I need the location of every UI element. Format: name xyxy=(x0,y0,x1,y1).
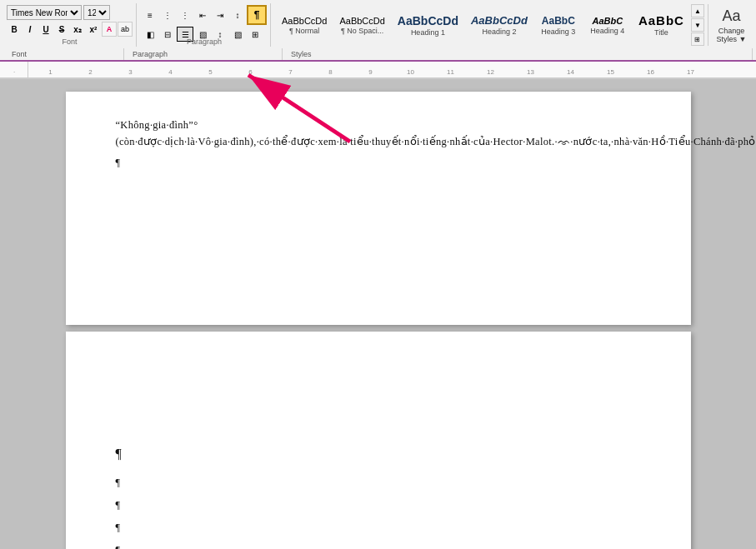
style-title[interactable]: AaBbC Title xyxy=(633,4,690,46)
document-area: “Không·gia·đình”°(còn·được·dịch·là·Vô·gi… xyxy=(0,79,756,549)
format-row: B I U S x₂ x² A ab xyxy=(7,22,133,37)
bold-button[interactable]: B xyxy=(7,22,22,37)
underline-button[interactable]: U xyxy=(38,22,53,37)
style-normal-label: ¶ Normal xyxy=(289,27,319,35)
page2-spacer xyxy=(116,340,641,440)
style-heading1[interactable]: AaBbCcDd Heading 1 xyxy=(392,4,464,46)
style-title-preview: AaBbC xyxy=(638,13,684,27)
gallery-scroll-down[interactable]: ▼ xyxy=(691,18,704,32)
para-mark-2: ¶ xyxy=(116,499,641,512)
font-name-select[interactable]: Times New Roman xyxy=(7,5,82,20)
style-h2-label: Heading 2 xyxy=(482,27,516,36)
document-page-2: ¶ ¶ ¶ ¶ ¶ xyxy=(66,332,691,549)
styles-label: Styles xyxy=(283,48,753,60)
style-no-spacing[interactable]: AaBbCcDd ¶ No Spaci... xyxy=(333,4,390,46)
style-h4-preview: AaBbC xyxy=(593,16,623,26)
font-name-row: Times New Roman 12 xyxy=(7,5,133,20)
paragraph-group-label: Paragraph xyxy=(138,37,270,46)
change-styles-button[interactable]: Aa ChangeStyles ▼ xyxy=(710,4,753,46)
style-h2-preview: AaBbCcDd xyxy=(471,14,528,27)
document-page2-pilcrow-main: ¶ xyxy=(116,447,641,462)
multilevel-button[interactable]: ⋮ xyxy=(177,7,193,22)
document-paragraph-1[interactable]: “Không·gia·đình”°(còn·được·dịch·là·Vô·gi… xyxy=(116,117,641,150)
ruler-inner: · 1 2 3 4 5 6 7 8 9 10 11 12 13 14 15 xyxy=(15,62,710,77)
font-group-label: Font xyxy=(3,37,136,46)
gallery-expand[interactable]: ⊞ xyxy=(691,32,704,46)
sort-button[interactable]: ↕ xyxy=(229,7,246,22)
ribbon-group-labels: Font Paragraph Styles xyxy=(0,48,756,62)
style-heading2[interactable]: AaBbCcDd Heading 2 xyxy=(465,4,533,46)
para-row-1: ≡ ⋮ ⋮ ⇤ ⇥ ↕ ¶ xyxy=(142,5,267,25)
font-label: Font xyxy=(3,48,124,60)
style-h1-preview: AaBbCcDd xyxy=(398,14,458,27)
ribbon: Times New Roman 12 B I U S x₂ x² A ab Fo xyxy=(0,0,756,79)
gallery-scroll-up[interactable]: ▲ xyxy=(691,4,704,17)
style-normal[interactable]: AaBbCcDd ¶ Normal xyxy=(276,4,333,46)
style-h3-preview: AaBbC xyxy=(542,15,575,27)
increase-indent-button[interactable]: ⇥ xyxy=(212,7,228,22)
text-color-button[interactable]: A xyxy=(102,22,117,37)
style-normal-preview: AaBbCcDd xyxy=(282,16,327,26)
ruler: · 1 2 3 4 5 6 7 8 9 10 11 12 13 14 15 xyxy=(0,62,756,78)
subscript-button[interactable]: x₂ xyxy=(70,22,85,37)
style-nospacing-preview: AaBbCcDd xyxy=(339,16,384,26)
paragraph-label: Paragraph xyxy=(124,48,283,60)
decrease-indent-button[interactable]: ⇤ xyxy=(194,7,211,22)
document-pilcrow-1: ¶ xyxy=(116,157,641,169)
style-h1-label: Heading 1 xyxy=(411,28,445,37)
superscript-button[interactable]: x² xyxy=(86,22,101,37)
styles-gallery: AaBbCcDd ¶ Normal AaBbCcDd ¶ No Spaci...… xyxy=(273,4,708,46)
style-heading3[interactable]: AaBbC Heading 3 xyxy=(534,4,583,46)
show-formatting-button[interactable]: ¶ xyxy=(247,5,267,25)
document-page-1: “Không·gia·đình”°(còn·được·dịch·là·Vô·gi… xyxy=(66,92,691,325)
style-nospacing-label: ¶ No Spaci... xyxy=(341,27,383,35)
para-mark-1: ¶ xyxy=(116,477,641,489)
paragraph-group: ≡ ⋮ ⋮ ⇤ ⇥ ↕ ¶ ◧ ⊟ ☰ ▧ ↕ ▧ ⊞ xyxy=(138,3,271,47)
style-h3-label: Heading 3 xyxy=(541,27,575,36)
font-group: Times New Roman 12 B I U S x₂ x² A ab Fo xyxy=(3,3,137,47)
bullets-button[interactable]: ≡ xyxy=(142,7,158,22)
highlight-button[interactable]: ab xyxy=(118,22,133,37)
para-marks-list: ¶ ¶ ¶ ¶ xyxy=(116,470,641,549)
para-mark-3: ¶ xyxy=(116,522,641,534)
style-h4-label: Heading 4 xyxy=(590,27,624,35)
change-styles-label: ChangeStyles ▼ xyxy=(716,27,746,43)
ribbon-toolbar: Times New Roman 12 B I U S x₂ x² A ab Fo xyxy=(0,2,756,48)
font-size-select[interactable]: 12 xyxy=(83,5,110,20)
strikethrough-button[interactable]: S xyxy=(54,22,69,37)
italic-button[interactable]: I xyxy=(23,22,38,37)
style-title-label: Title xyxy=(654,28,668,37)
numbering-button[interactable]: ⋮ xyxy=(159,7,176,22)
style-heading4[interactable]: AaBbC Heading 4 xyxy=(583,4,632,46)
change-styles-icon: Aa xyxy=(722,7,740,25)
para-mark-4: ¶ xyxy=(116,544,641,549)
